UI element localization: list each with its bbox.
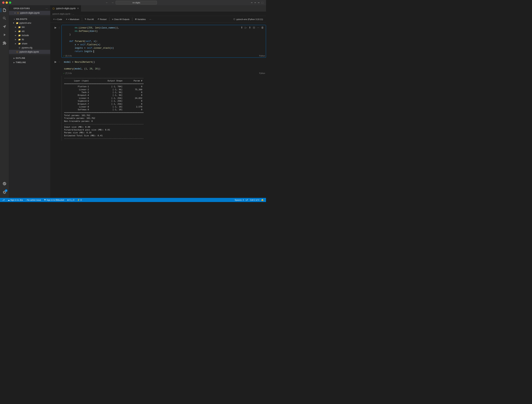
toolbar-more-btn[interactable]: ··· [148,17,153,22]
sidebar-item-lib[interactable]: ▶ 📁 lib [9,38,50,42]
cell-run-above-btn[interactable]: ⬆ [240,26,244,29]
layout-btn-1[interactable]: ▪▪ [250,1,253,4]
sidebar-more-btn[interactable]: ··· [45,7,48,10]
arrow-right-bin: ▶ [15,26,18,28]
sidebar-item-include[interactable]: ▶ 📁 include [9,33,50,38]
cell-delete-btn[interactable]: 🗑 [260,26,265,29]
cell-5-run-btn[interactable]: ▶ [54,26,57,29]
statusbar-git[interactable]: ⎇ [1,198,6,202]
bin-label: bin [22,26,25,28]
activity-settings[interactable]: 1 [1,189,8,196]
activity-bar: 1 [0,5,9,198]
tab-bar: ⬡ pytorch-digits.ipynb ✕ [50,5,266,12]
cell-7-code[interactable]: model = NeuralNetwork() summary(model, (… [62,59,266,72]
env-selector[interactable]: ⬡ pytorch-env (Python 3.10.11) [232,17,265,21]
search-input[interactable] [116,1,157,5]
cell-split-btn[interactable]: ⊟ [252,26,256,29]
statusbar-right: Spaces: 4 LF Cell 2 of 4 🔔 [234,198,265,202]
cell-7-gutter: ▶ ⋮ [50,59,61,63]
cell-7: ▶ ⋮ model = NeuralNetwork() summary(mode… [50,59,266,75]
statusbar-spaces[interactable]: Spaces: 4 [234,198,245,202]
notebook-label: pytorch-digits.ipynb [19,50,39,53]
nn-digits-header: ▼ NN-DIGITS [9,17,50,21]
back-button[interactable]: ← [105,1,109,5]
sidebar-item-etc[interactable]: ▶ 📁 etc [9,29,50,33]
app-layout: 1 OPEN EDITORS ··· ✕ ⬡ pytorch-digits.ip… [0,5,266,198]
tab-notebook[interactable]: ⬡ pytorch-digits.ipynb ✕ [50,5,81,12]
tab-close-btn[interactable]: ✕ [77,7,79,10]
cell-5-lang: Python [259,55,265,57]
markdown-btn[interactable]: + + Markdown [64,17,81,22]
notebook-content[interactable]: ▶ ⋮ ⬆ ▷ ⬇ ⊟ ··· 🗑 nn.Linear(256 [50,23,266,198]
activity-explorer[interactable] [1,6,8,14]
statusbar-lf[interactable]: LF [245,198,249,202]
code-line-blank [64,36,264,40]
files-icon [2,8,6,12]
statusbar-issue[interactable]: › No active issue [25,198,42,202]
run-all-icon: ↻ [85,18,86,20]
cell-run-below-btn[interactable]: ⬇ [248,26,252,29]
file-icon-pyvenv: ⚙ [18,46,21,49]
activity-run[interactable] [1,31,8,38]
open-file-item[interactable]: ✕ ⬡ pytorch-digits.ipynb [9,11,50,15]
minimize-button[interactable] [6,1,8,4]
bitbucket-icon: ⚑ [44,199,46,201]
errors-label: ⊗ 0 [67,199,71,201]
plus-markdown-icon: + [66,18,67,21]
statusbar-left: ⎇ ☁ Sign in to Jira › No active issue ⚑ … [1,198,83,202]
sidebar-item-bin[interactable]: ▶ 📁 bin [9,25,50,29]
sidebar-item-notebook[interactable]: ⬡ pytorch-digits.ipynb [9,50,50,54]
cell-run-btn-right[interactable]: ▷ [244,26,248,29]
arrow-down: ▼ [13,22,16,24]
statusbar-bell[interactable]: 🔔 [260,198,265,202]
breadcrumb-section[interactable]: ... [72,13,74,15]
cell-5-ellipsis-btn[interactable]: ⋮ [58,26,61,29]
activity-git[interactable] [1,23,8,30]
cell-more-btn[interactable]: ··· [256,26,260,29]
code-line-7: return logits [64,50,264,53]
cell-5-body: ⬆ ▷ ⬇ ⊟ ··· 🗑 nn.Linear(256, len(class_n… [61,25,266,58]
close-button[interactable] [2,1,5,4]
issue-label: No active issue [27,199,41,201]
variables-icon: ⊞ [135,18,137,20]
restart-icon: ↺ [97,18,99,20]
breadcrumb-file[interactable]: pytorch-digits.ipynb [52,13,70,15]
remote-icon [2,182,6,186]
code-line-1: nn.Linear(256, len(class_names)), [64,26,264,30]
lib-label: lib [22,38,24,41]
maximize-button[interactable] [9,1,11,4]
sidebar-item-pyvenv[interactable]: ⚙ pyvenv.cfg [9,46,50,50]
cell-7-footer: ✓ [7] 0.0s Python [62,72,266,75]
clear-outputs-btn[interactable]: ≡ Clear All Outputs [110,17,131,22]
activity-search[interactable] [1,15,8,22]
layout-btn-2[interactable]: ▪▪ [254,1,256,4]
run-all-btn[interactable]: ↻ Run All [83,17,95,22]
statusbar-cell[interactable]: Cell 2 of 4 [249,198,260,202]
timeline-label: TIMELINE [16,61,26,63]
statusbar-errors[interactable]: ⊗ 0 △ 0 [66,198,75,202]
statusbar-jira[interactable]: ☁ Sign in to Jira [7,198,24,202]
layout-btn-3[interactable]: ▪▪ [257,1,260,4]
sidebar-divider-2 [9,55,50,55]
close-open-file-btn[interactable]: ✕ [14,12,16,14]
restart-btn[interactable]: ↺ Restart [96,17,108,22]
nav-buttons: ← → [105,1,115,5]
sidebar-item-share[interactable]: ▶ 📁 share [9,42,50,46]
code-btn[interactable]: + + Code [52,17,64,22]
activity-extensions[interactable] [1,39,8,47]
cell-7-ellipsis-btn[interactable]: ⋮ [58,60,61,63]
statusbar-ports[interactable]: ⚡ 0 [77,198,82,202]
activity-remote[interactable] [1,180,8,187]
forward-button[interactable]: → [110,1,115,5]
layout-btn-4[interactable]: ⬚ [261,1,264,4]
variables-btn[interactable]: ⊞ Variables [133,17,147,22]
folder-icon-bin: 📁 [18,26,21,29]
statusbar-bitbucket[interactable]: ⚑ Sign in to Bitbucket [43,198,65,202]
cell-5-code[interactable]: nn.Linear(256, len(class_names)), nn.Sof… [62,25,266,54]
notebook-icon: ⬡ [17,11,19,14]
timeline-header[interactable]: ▶ TIMELINE [9,60,50,64]
sidebar-item-pytorch-env[interactable]: ▼ 📁 pytorch-env [9,21,50,25]
cell-7-run-btn[interactable]: ▶ [54,60,57,63]
variables-label: Variables [137,18,146,20]
outline-header[interactable]: ▶ OUTLINE [9,56,50,60]
